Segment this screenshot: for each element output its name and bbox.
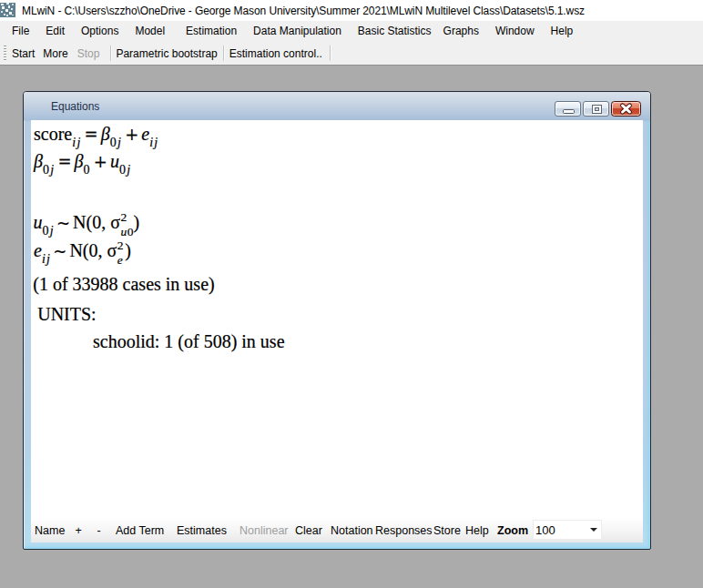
minus-button[interactable]: - — [97, 518, 101, 542]
close-button[interactable] — [611, 101, 641, 117]
mlwin-app-icon — [0, 3, 15, 17]
eq-subscript: e — [117, 254, 124, 266]
toolbar-separator — [330, 46, 331, 61]
eq-italic-text: β — [75, 151, 84, 171]
zoom-dropdown-arrow-icon[interactable] — [590, 528, 597, 532]
eq-italic-text: j — [127, 163, 131, 177]
eq-text: σ — [110, 212, 120, 232]
close-icon — [612, 102, 640, 116]
responses-button[interactable]: Responses — [375, 518, 433, 542]
eq-subscript: ij — [149, 136, 158, 149]
eq-italic-text: j — [50, 163, 55, 177]
eq-text: score — [34, 124, 72, 144]
menu-help[interactable]: Help — [543, 21, 582, 42]
add-term-button[interactable]: Add Term — [116, 518, 164, 542]
eq-superscript: 2 — [121, 211, 127, 223]
restore-button[interactable] — [583, 101, 609, 117]
eq-text: UNITS: — [37, 304, 96, 324]
eq-subscript: 0 — [84, 163, 91, 177]
cases-in-use-line: (1 of 33988 cases in use) — [33, 275, 214, 293]
help-button[interactable]: Help — [465, 518, 489, 542]
menu-options[interactable]: Options — [73, 21, 127, 42]
menu-graphs[interactable]: Graphs — [435, 21, 487, 42]
window-controls — [555, 101, 641, 117]
eq-text: (1 of 33988 cases in use) — [33, 274, 214, 294]
toolbar-separator — [223, 46, 224, 61]
eq-operator: ~ — [53, 241, 66, 260]
estimates-button[interactable]: Estimates — [177, 518, 227, 542]
eq-subscript: 0j — [43, 163, 56, 177]
zoom-value: 100 — [535, 521, 555, 541]
zoom-label: Zoom — [497, 518, 528, 542]
equation-line-4: eij~N(0, σ2e) — [34, 241, 131, 269]
eq-subscript: 0j — [43, 224, 56, 238]
toolbar-separator — [110, 46, 111, 61]
units-label: UNITS: — [37, 305, 96, 323]
estimation-control-button[interactable]: Estimation control.. — [229, 47, 322, 60]
equation-line-3: u0j~N(0, σ2u0) — [34, 213, 140, 240]
equations-titlebar[interactable]: Equations — [24, 92, 650, 120]
menu-model[interactable]: Model — [127, 21, 173, 42]
plus-button[interactable]: + — [76, 518, 82, 542]
eq-operator: ~ — [56, 213, 70, 232]
eq-text: 0 — [127, 225, 134, 238]
eq-italic-text: u — [110, 151, 119, 171]
minimize-icon — [563, 109, 575, 114]
eq-text: schoolid: 1 (of 508) in use — [93, 331, 285, 351]
eq-operator: + — [125, 125, 138, 144]
equations-window: Equations — [23, 91, 651, 550]
eq-text: 0 — [43, 224, 50, 238]
eq-italic-text: β — [101, 124, 110, 144]
eq-italic-text: j — [50, 224, 55, 238]
name-button[interactable]: Name — [35, 518, 65, 542]
zoom-combobox[interactable]: 100 — [533, 520, 602, 540]
menubar: File Edit Options Model Estimation Data … — [0, 21, 703, 42]
main-toolbar: Start More Stop Parametric bootstrap Est… — [0, 42, 703, 66]
equations-pane[interactable]: scoreij=β0j+eij β0j=β0+u0j u0j~N(0, σ2u0… — [31, 120, 643, 542]
eq-italic-text: u — [121, 225, 127, 238]
menu-data-manipulation[interactable]: Data Manipulation — [245, 21, 350, 42]
menu-window[interactable]: Window — [487, 21, 543, 42]
notation-button[interactable]: Notation — [331, 518, 373, 542]
equation-line-2: β0j=β0+u0j — [34, 152, 131, 179]
stop-button: Stop — [77, 47, 100, 60]
clear-button[interactable]: Clear — [295, 518, 322, 542]
eq-operator: + — [94, 152, 107, 171]
eq-superscript: 2 — [117, 239, 124, 251]
menu-edit[interactable]: Edit — [37, 21, 73, 42]
app-titlebar: MLwiN - C:\Users\szzho\OneDrive - George… — [0, 0, 703, 21]
store-button[interactable]: Store — [433, 518, 461, 542]
parametric-bootstrap-button[interactable]: Parametric bootstrap — [116, 47, 217, 60]
units-detail-line: schoolid: 1 (of 508) in use — [93, 332, 285, 350]
menu-file[interactable]: File — [4, 21, 37, 42]
more-button[interactable]: More — [43, 47, 67, 60]
eq-text: σ — [107, 240, 117, 260]
start-button[interactable]: Start — [12, 47, 35, 60]
eq-subscript: ij — [42, 252, 51, 266]
toolbar-grip[interactable] — [4, 46, 6, 61]
eq-superscript-subscript-stack: 2e — [117, 242, 125, 260]
restore-icon — [593, 106, 601, 113]
eq-subscript: u0 — [121, 226, 135, 238]
eq-text: 0 — [110, 136, 117, 149]
eq-superscript-subscript-stack: 2u0 — [120, 214, 134, 232]
equations-toolbar: Name + - Add Term Estimates Nonlinear Cl… — [31, 518, 643, 542]
eq-italic-text: β — [34, 151, 43, 171]
eq-italic-text: j — [117, 136, 122, 149]
eq-text: N(0, — [73, 212, 110, 232]
eq-italic-text: e — [141, 124, 149, 144]
menu-estimation[interactable]: Estimation — [178, 21, 245, 42]
equations-window-title: Equations — [51, 92, 99, 120]
app-title: MLwiN - C:\Users\szzho\OneDrive - George… — [22, 0, 585, 21]
equation-line-1: scoreij=β0j+eij — [34, 125, 159, 152]
eq-subscript: 0j — [119, 163, 132, 177]
menu-basic-statistics[interactable]: Basic Statistics — [350, 21, 440, 42]
nonlinear-button: Nonlinear — [239, 518, 289, 542]
eq-subscript: 0j — [110, 136, 123, 149]
eq-subscript: ij — [72, 136, 81, 149]
mdi-workspace: Equations — [0, 66, 703, 588]
eq-text: ) — [134, 212, 140, 232]
minimize-button[interactable] — [555, 101, 581, 117]
eq-text: N(0, — [69, 240, 107, 260]
eq-italic-text: u — [34, 212, 43, 232]
